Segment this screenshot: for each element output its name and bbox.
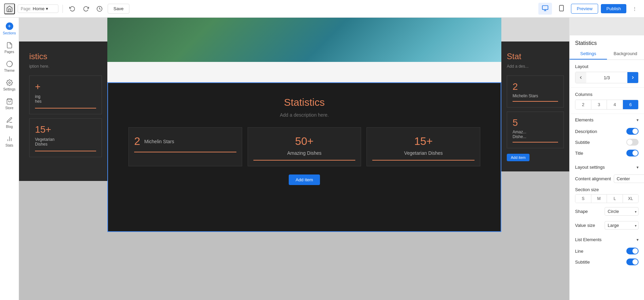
sidebar-item-pages[interactable]: Pages bbox=[0, 38, 19, 57]
canvas-area: istics iption here. + inghes 15+ bbox=[19, 18, 569, 300]
shape-dropdown-wrapper: Circle Square None bbox=[605, 207, 639, 216]
list-elements-header[interactable]: List Elements ▾ bbox=[570, 234, 644, 246]
statistics-title: Statistics bbox=[128, 97, 480, 108]
redo-button[interactable] bbox=[80, 3, 91, 14]
right-partial-desc: Add a des... bbox=[507, 64, 564, 69]
layout-navigator: 1/3 bbox=[575, 72, 639, 83]
mobile-view-button[interactable] bbox=[555, 3, 568, 15]
save-button[interactable]: Save bbox=[108, 4, 129, 14]
section-size-label: Section size bbox=[575, 187, 639, 192]
right-partial-add-item: Add item bbox=[507, 154, 564, 161]
right-top-spacer bbox=[501, 18, 569, 41]
value-size-row: Value size Small Medium Large bbox=[575, 220, 639, 231]
left-partial-card-1: + inghes bbox=[29, 76, 102, 114]
value-size-select[interactable]: Small Medium Large bbox=[605, 221, 639, 230]
bottom-gray-area bbox=[107, 232, 501, 300]
layout-section: Layout 1/3 bbox=[570, 60, 644, 88]
layout-settings-chevron-icon: ▾ bbox=[637, 165, 639, 170]
section-size-container: Section size S M L XL bbox=[575, 187, 639, 203]
more-options-button[interactable]: ⋮ bbox=[629, 3, 640, 14]
white-divider-section[interactable] bbox=[107, 62, 501, 82]
page-name: Home bbox=[33, 6, 44, 11]
theme-label: Theme bbox=[4, 69, 15, 72]
sidebar-item-store[interactable]: Store bbox=[0, 95, 19, 113]
size-l-button[interactable]: L bbox=[607, 195, 623, 203]
store-label: Store bbox=[5, 106, 14, 110]
list-elements-label: List Elements bbox=[575, 237, 602, 242]
shape-label: Shape bbox=[575, 209, 588, 214]
layout-current: 1/3 bbox=[586, 74, 627, 82]
divider bbox=[62, 5, 63, 13]
elements-label: Elements bbox=[575, 117, 593, 122]
left-partial-title: istics bbox=[29, 52, 102, 61]
layout-settings-header[interactable]: Layout settings ▾ bbox=[570, 161, 644, 173]
elements-chevron-icon: ▾ bbox=[637, 118, 639, 122]
hero-image bbox=[107, 18, 501, 62]
tab-settings[interactable]: Settings bbox=[570, 48, 607, 60]
sidebar-item-theme[interactable]: Theme bbox=[0, 57, 19, 76]
page-selector[interactable]: Page: Home ▾ bbox=[18, 4, 58, 13]
right-stats-partial: Stat Add a des... 2 Michelin Stars 5 Ama… bbox=[501, 41, 569, 171]
home-button[interactable] bbox=[4, 3, 15, 14]
stat-card-2[interactable]: 50+ Amazing Dishes bbox=[248, 127, 361, 166]
list-subtitle-toggle[interactable] bbox=[626, 259, 639, 265]
subtitle-label: Subtitle bbox=[575, 140, 590, 145]
right-partial-area: Stat Add a des... 2 Michelin Stars 5 Ama… bbox=[501, 18, 569, 300]
content-alignment-select[interactable]: Center Left Right bbox=[614, 174, 644, 183]
statistics-description: Add a description here. bbox=[128, 112, 480, 118]
statistics-section[interactable]: Statistics Add a description here. 2 Mic… bbox=[107, 82, 501, 232]
col-2-button[interactable]: 2 bbox=[575, 100, 591, 109]
columns-row: 2 3 4 6 bbox=[575, 100, 639, 110]
list-elements-section: List Elements ▾ Line Subtitle bbox=[570, 234, 644, 270]
sidebar-item-blog[interactable]: Blog bbox=[0, 113, 19, 132]
sidebar-item-settings[interactable]: Settings bbox=[0, 76, 19, 95]
pages-icon bbox=[6, 42, 13, 49]
stats-label: Stats bbox=[5, 144, 13, 147]
add-item-button[interactable]: Add item bbox=[289, 174, 320, 185]
hero-image-section[interactable] bbox=[107, 18, 501, 62]
col-4-button[interactable]: 4 bbox=[607, 100, 623, 109]
sidebar-item-stats[interactable]: Stats bbox=[0, 132, 19, 151]
preview-button[interactable]: Preview bbox=[571, 4, 598, 14]
size-s-button[interactable]: S bbox=[575, 195, 591, 203]
content-alignment-row: Content alignment Center Left Right bbox=[575, 173, 639, 184]
content-alignment-label: Content alignment bbox=[575, 176, 611, 181]
stat-card-1[interactable]: 2 Michelin Stars bbox=[128, 127, 242, 166]
left-top-spacer bbox=[19, 18, 107, 41]
line-toggle[interactable] bbox=[626, 248, 639, 254]
elements-section: Elements ▾ Description Subtitle Title bbox=[570, 114, 644, 161]
publish-button[interactable]: Publish bbox=[601, 4, 626, 13]
title-toggle[interactable] bbox=[626, 150, 639, 156]
value-size-dropdown-wrapper: Small Medium Large bbox=[605, 221, 639, 230]
stat-card-3[interactable]: 15+ Vegetarian Dishes bbox=[366, 127, 480, 166]
shape-select[interactable]: Circle Square None bbox=[605, 207, 639, 216]
sections-add-icon: + bbox=[6, 22, 13, 30]
store-icon bbox=[6, 98, 13, 105]
size-m-button[interactable]: M bbox=[591, 195, 607, 203]
subtitle-toggle-row: Subtitle bbox=[575, 137, 639, 148]
subtitle-toggle[interactable] bbox=[626, 139, 639, 146]
stat-cards-row: 2 Michelin Stars 50+ Amazing Dishes bbox=[128, 127, 480, 166]
col-6-button[interactable]: 6 bbox=[623, 100, 639, 109]
title-label: Title bbox=[575, 151, 583, 156]
desktop-view-button[interactable] bbox=[538, 3, 552, 15]
tab-background[interactable]: Background bbox=[607, 48, 644, 60]
elements-section-header[interactable]: Elements ▾ bbox=[570, 114, 644, 126]
elements-content: Description Subtitle Title bbox=[570, 126, 644, 161]
sidebar-item-sections[interactable]: + Sections bbox=[0, 18, 19, 38]
size-xl-button[interactable]: XL bbox=[623, 195, 639, 203]
columns-section: Columns 2 3 4 6 bbox=[570, 88, 644, 114]
list-elements-content: Line Subtitle bbox=[570, 246, 644, 270]
undo-button[interactable] bbox=[67, 3, 78, 14]
description-toggle[interactable] bbox=[626, 128, 639, 135]
col-3-button[interactable]: 3 bbox=[591, 100, 607, 109]
layout-prev-button[interactable] bbox=[575, 72, 586, 83]
device-switcher bbox=[538, 3, 568, 15]
description-toggle-row: Description bbox=[575, 126, 639, 137]
list-subtitle-label: Subtitle bbox=[575, 260, 590, 265]
layout-next-button[interactable] bbox=[627, 72, 638, 83]
settings-icon bbox=[6, 79, 13, 86]
layout-label: Layout bbox=[575, 64, 639, 69]
panel-title: Statistics bbox=[570, 35, 644, 48]
history-button[interactable] bbox=[94, 3, 105, 14]
